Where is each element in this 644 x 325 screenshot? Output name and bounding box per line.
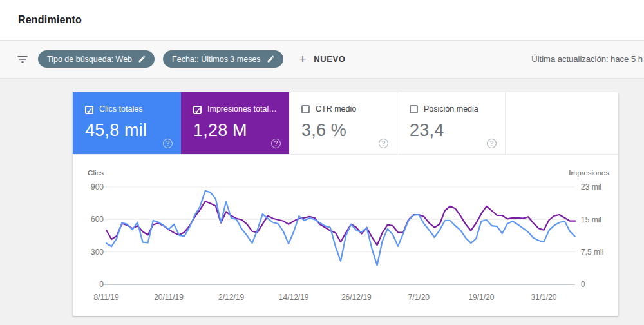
checkbox-unchecked-icon[interactable] (301, 105, 310, 113)
metric-cards-row: ✓Clics totales 45,8 mil ? ✓Impresiones t… (73, 92, 618, 155)
page-title: Rendimiento (18, 14, 82, 26)
content-area: ✓Clics totales 45,8 mil ? ✓Impresiones t… (0, 79, 644, 325)
right-axis-title: Impresiones (569, 169, 609, 177)
metric-card-value: 3,6 % (301, 121, 397, 141)
right-axis-tick: 7,5 mil (581, 248, 603, 257)
search-type-filter-chip[interactable]: Tipo de búsqueda: Web (38, 50, 155, 68)
checkbox-unchecked-icon[interactable] (410, 105, 418, 113)
x-axis-date-label: 8/11/19 (93, 293, 118, 302)
right-axis-tick: 23 mil (581, 182, 601, 192)
performance-line-chart[interactable]: 030060090007,5 mil15 mil23 milClicsImpre… (73, 166, 618, 316)
new-filter-label: NUEVO (314, 54, 345, 64)
edit-pencil-icon (267, 55, 275, 63)
page-header: Rendimiento (0, 0, 644, 40)
x-axis-date-label: 7/1/20 (408, 293, 430, 302)
x-axis-date-label: 26/12/19 (341, 293, 372, 302)
date-range-filter-label: Fecha:: Últimos 3 meses (172, 55, 261, 64)
checkbox-checked-icon[interactable]: ✓ (85, 106, 93, 114)
metric-card-label: Impresiones total… (207, 104, 277, 113)
search-type-filter-label: Tipo de búsqueda: Web (47, 55, 132, 64)
metric-card-value: 1,28 M (193, 121, 289, 141)
help-icon[interactable]: ? (163, 139, 173, 148)
left-axis-tick: 300 (91, 248, 104, 257)
date-range-filter-chip[interactable]: Fecha:: Últimos 3 meses (163, 50, 283, 68)
help-icon[interactable]: ? (271, 139, 281, 148)
metric-card-average-position[interactable]: Posición media 23,4 ? (397, 92, 506, 154)
x-axis-date-label: 31/1/20 (531, 293, 556, 302)
metric-card-total-clicks[interactable]: ✓Clics totales 45,8 mil ? (73, 92, 181, 154)
last-update-text: Última actualización: hace 5 h (531, 54, 644, 64)
metric-card-total-impressions[interactable]: ✓Impresiones total… 1,28 M ? (181, 92, 289, 154)
left-axis-tick: 900 (91, 182, 104, 192)
plus-icon: + (299, 53, 307, 65)
help-icon[interactable]: ? (487, 139, 497, 148)
checkbox-checked-icon[interactable]: ✓ (193, 106, 202, 114)
x-axis-date-label: 2/12/19 (218, 293, 244, 302)
new-filter-button[interactable]: + NUEVO (296, 52, 350, 66)
left-axis-tick: 0 (99, 280, 104, 289)
x-axis-date-label: 14/12/19 (279, 293, 309, 302)
edit-pencil-icon (138, 55, 146, 63)
performance-panel: ✓Clics totales 45,8 mil ? ✓Impresiones t… (73, 92, 618, 316)
filter-toolbar: Tipo de búsqueda: Web Fecha:: Últimos 3 … (0, 40, 644, 79)
series-line-clics (106, 191, 575, 266)
x-axis-date-label: 19/1/20 (468, 293, 494, 302)
series-line-impresiones (106, 201, 575, 245)
left-axis-tick: 600 (91, 215, 104, 224)
x-axis-date-label: 20/11/19 (154, 293, 184, 302)
metric-card-label: Clics totales (99, 104, 142, 113)
right-axis-tick: 0 (581, 280, 585, 289)
metric-card-label: CTR medio (316, 104, 356, 113)
metric-card-value: 23,4 (410, 121, 505, 141)
filter-list-icon[interactable] (15, 52, 30, 66)
metric-card-label: Posición media (424, 104, 478, 113)
metric-card-value: 45,8 mil (85, 121, 181, 141)
metric-card-average-ctr[interactable]: CTR medio 3,6 % ? (289, 92, 397, 154)
right-axis-tick: 15 mil (581, 215, 601, 224)
left-axis-title: Clics (88, 169, 104, 177)
help-icon[interactable]: ? (379, 139, 388, 148)
